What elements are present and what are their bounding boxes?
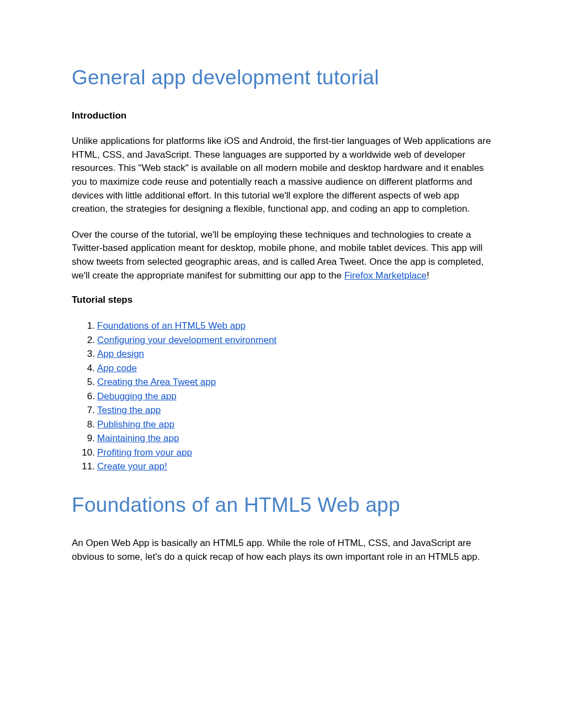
foundations-paragraph: An Open Web App is basically an HTML5 ap… (72, 537, 491, 564)
list-item: App code (97, 361, 491, 376)
step-link-foundations[interactable]: Foundations of an HTML5 Web app (97, 320, 246, 331)
firefox-marketplace-link[interactable]: Firefox Marketplace (344, 270, 427, 281)
step-link-publishing[interactable]: Publishing the app (97, 419, 174, 430)
list-item: Profiting from your app (97, 446, 491, 460)
step-link-debugging[interactable]: Debugging the app (97, 391, 177, 402)
step-link-configuring[interactable]: Configuring your development environment (97, 335, 277, 345)
list-item: App design (97, 347, 491, 361)
list-item: Debugging the app (97, 389, 491, 404)
tutorial-steps-list: Foundations of an HTML5 Web app Configur… (72, 319, 491, 474)
list-item: Maintaining the app (97, 431, 491, 446)
list-item: Create your app! (97, 459, 491, 474)
step-link-profiting[interactable]: Profiting from your app (97, 447, 192, 458)
introduction-paragraph-1: Unlike applications for platforms like i… (72, 135, 491, 216)
step-link-app-code[interactable]: App code (97, 363, 137, 373)
page-title: General app development tutorial (72, 66, 491, 89)
list-item: Foundations of an HTML5 Web app (97, 319, 491, 333)
introduction-heading: Introduction (72, 110, 491, 121)
introduction-paragraph-2: Over the course of the tutorial, we'll b… (72, 228, 491, 283)
list-item: Creating the Area Tweet app (97, 375, 491, 389)
tutorial-steps-heading: Tutorial steps (72, 295, 491, 306)
step-link-create-your-app[interactable]: Create your app! (97, 461, 167, 472)
step-link-app-design[interactable]: App design (97, 349, 144, 359)
step-link-testing[interactable]: Testing the app (97, 405, 161, 415)
list-item: Publishing the app (97, 417, 491, 432)
list-item: Testing the app (97, 403, 491, 417)
foundations-heading: Foundations of an HTML5 Web app (72, 494, 491, 517)
step-link-creating-area-tweet[interactable]: Creating the Area Tweet app (97, 377, 216, 387)
step-link-maintaining[interactable]: Maintaining the app (97, 433, 179, 443)
list-item: Configuring your development environment (97, 333, 491, 347)
intro-p2-suffix: ! (427, 270, 429, 281)
